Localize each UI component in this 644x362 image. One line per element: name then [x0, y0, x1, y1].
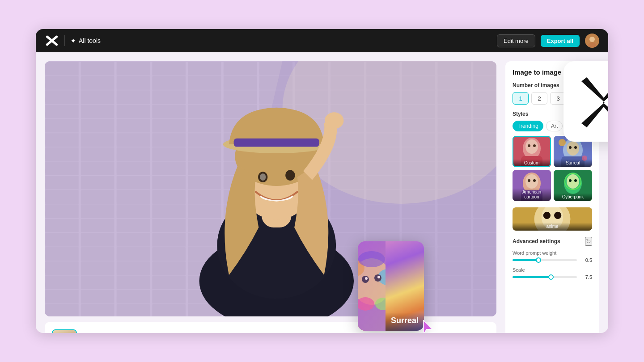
svg-marker-65 — [420, 320, 434, 333]
svg-point-45 — [574, 179, 577, 182]
svg-rect-14 — [234, 139, 319, 147]
header-divider — [64, 35, 65, 46]
svg-point-18 — [325, 112, 344, 129]
svg-point-31 — [559, 139, 566, 146]
style-card-american-cartoon[interactable]: American cartoon — [513, 170, 551, 201]
trending-tab[interactable]: Trending — [513, 121, 543, 131]
cyberpunk-label: Cyberpunk — [554, 193, 592, 201]
svg-point-17 — [260, 173, 266, 181]
word-prompt-weight-section: Word prompt weight 0.5 — [513, 250, 592, 263]
svg-point-0 — [589, 37, 595, 42]
num-images-1-button[interactable]: 1 — [513, 92, 529, 105]
svg-point-28 — [567, 141, 579, 156]
american-cartoon-label: American cartoon — [513, 188, 551, 201]
scale-thumb[interactable] — [548, 274, 554, 280]
prompt-text-section: She wears a hat, smiling against a purpl… — [82, 332, 428, 333]
svg-point-39 — [533, 179, 536, 182]
anime-row: anime — [513, 207, 592, 231]
svg-point-51 — [554, 212, 561, 219]
svg-point-30 — [574, 146, 577, 149]
edit-more-button[interactable]: Edit more — [497, 34, 535, 47]
svg-point-29 — [569, 146, 572, 149]
style-grid: Custom — [513, 136, 592, 201]
magic-wand-icon: ✦ — [70, 37, 76, 45]
svg-point-38 — [528, 179, 530, 182]
scale-fill — [513, 276, 551, 278]
svg-point-43 — [567, 174, 579, 189]
word-prompt-weight-track[interactable] — [513, 259, 577, 261]
word-prompt-weight-value: 0.5 — [580, 257, 592, 263]
art-tab[interactable]: Art — [546, 121, 563, 131]
header: ✦ All tools Edit more Export all — [36, 29, 608, 52]
svg-point-1 — [588, 42, 596, 47]
scale-value: 7.5 — [580, 274, 592, 280]
refresh-settings-button[interactable]: ↻ — [585, 237, 592, 246]
scale-label: Scale — [513, 267, 592, 273]
app-container: ✦ All tools Edit more Export all — [36, 29, 608, 333]
style-card-anime[interactable]: anime — [513, 207, 592, 231]
avatar[interactable] — [585, 34, 599, 48]
num-images-2-button[interactable]: 2 — [531, 92, 547, 105]
capcut-logo[interactable] — [45, 34, 59, 48]
image-background — [45, 61, 496, 316]
anime-label: anime — [513, 223, 592, 231]
capcut-watermark — [564, 61, 608, 142]
word-prompt-weight-thumb[interactable] — [536, 257, 541, 263]
scale-section: Scale 7.5 — [513, 267, 592, 280]
canvas-image — [45, 61, 496, 316]
svg-point-44 — [569, 179, 572, 182]
style-card-cyberpunk[interactable]: Cyberpunk — [554, 170, 592, 201]
word-prompt-weight-fill — [513, 259, 538, 261]
main-content: She wears a hat, smiling against a purpl… — [36, 52, 608, 333]
advanced-settings-section: Advanced settings ↻ — [513, 237, 592, 246]
word-prompt-weight-label: Word prompt weight — [513, 250, 592, 256]
svg-point-37 — [525, 174, 538, 189]
svg-point-16 — [285, 170, 295, 181]
surreal-style-popup[interactable]: Surreal — [358, 241, 424, 331]
style-card-custom[interactable]: Custom — [513, 136, 551, 167]
svg-point-50 — [543, 212, 551, 219]
advanced-settings-label: Advanced settings — [513, 238, 560, 244]
scale-track[interactable] — [513, 276, 577, 278]
prompt-thumbnail — [52, 329, 77, 333]
svg-rect-64 — [358, 241, 386, 331]
prompt-text[interactable]: She wears a hat, smiling against a purpl… — [82, 332, 428, 333]
export-all-button[interactable]: Export all — [541, 35, 580, 47]
canvas-area: She wears a hat, smiling against a purpl… — [45, 61, 496, 333]
surreal-label: Surreal — [554, 159, 592, 167]
all-tools-button[interactable]: ✦ All tools — [70, 37, 101, 45]
surreal-popup-background: Surreal — [358, 241, 424, 331]
